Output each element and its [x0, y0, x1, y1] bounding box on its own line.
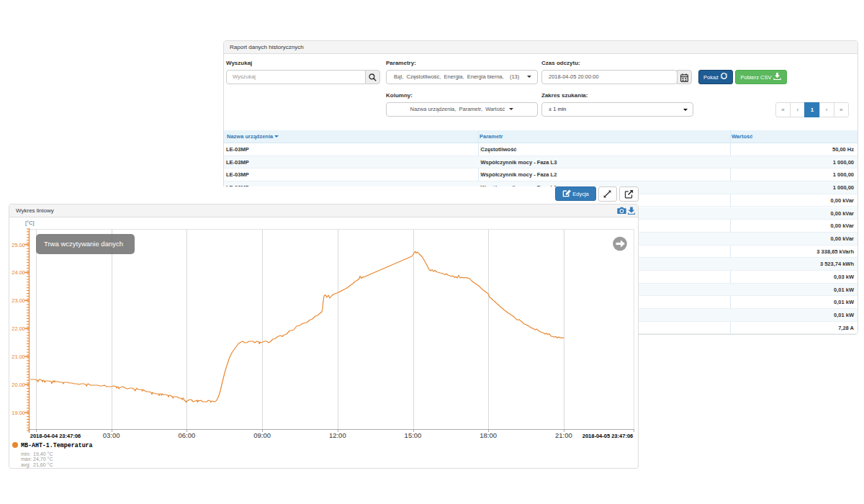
svg-text:21:00: 21:00: [555, 431, 572, 439]
svg-text:2018-04-04 23:47:06: 2018-04-04 23:47:06: [30, 433, 81, 439]
svg-text:24.00: 24.00: [12, 269, 25, 276]
svg-text:09:00: 09:00: [253, 431, 271, 439]
svg-text:[°C]: [°C]: [25, 220, 35, 226]
svg-text:2018-04-05 23:47:06: 2018-04-05 23:47:06: [582, 433, 633, 439]
svg-text:03:00: 03:00: [103, 431, 120, 439]
svg-text:21.00: 21.00: [12, 354, 25, 360]
svg-text:22.00: 22.00: [12, 325, 25, 332]
svg-text:23.00: 23.00: [12, 297, 25, 304]
svg-text:06:00: 06:00: [179, 431, 196, 439]
svg-text:25.00: 25.00: [12, 242, 25, 248]
svg-text:15:00: 15:00: [405, 431, 422, 439]
svg-text:12:00: 12:00: [329, 431, 346, 439]
svg-text:19.00: 19.00: [12, 410, 25, 416]
svg-text:20.00: 20.00: [12, 382, 25, 388]
svg-text:18:00: 18:00: [480, 431, 497, 439]
